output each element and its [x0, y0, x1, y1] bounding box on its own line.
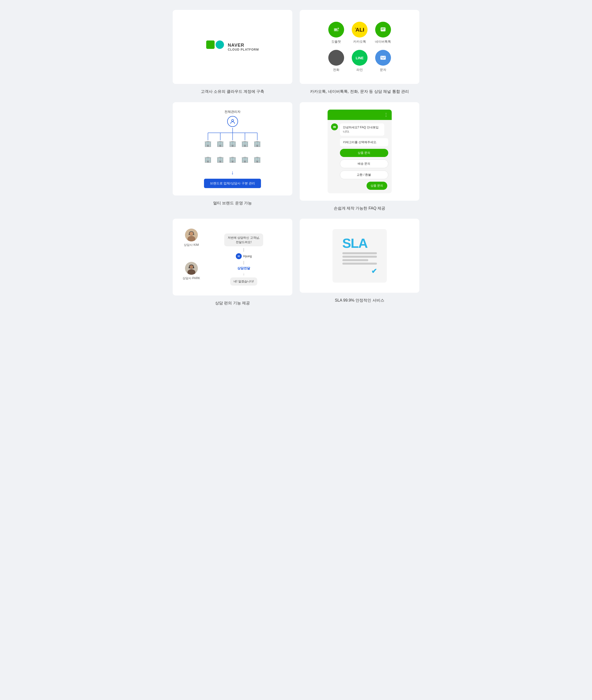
svg-rect-42: [193, 267, 194, 268]
cell-faq: ⋮ 안녕하세요? FAQ 안내봇입니다. 카테고리를 선택해주: [300, 102, 420, 212]
consult-layout: 상담사 KIM: [180, 226, 285, 288]
sla-text: SLA: [342, 236, 367, 250]
org-chart: 전체관리자: [180, 109, 285, 188]
tf-transfer-label: 상담전달: [237, 266, 250, 271]
sla-line-3: [342, 259, 368, 261]
svg-text:🏢: 🏢: [241, 140, 249, 147]
sla-line-2: [342, 256, 377, 258]
card-sla: SLA ✔: [300, 219, 420, 293]
line-icon: LINE: [352, 50, 367, 66]
naver-sub: CLOUD PLATFORM: [228, 48, 259, 51]
svg-text:LINE: LINE: [356, 56, 363, 60]
transfer-flow: 저번에 상담하신 고객님,전달드려요! | H Hyung | 상담전달 ↓ 네…: [205, 233, 283, 286]
naver-brand: NAVER: [228, 43, 259, 48]
caption-multi-brand: 멀티 브랜드 운영 가능: [213, 200, 252, 206]
svg-rect-41: [189, 267, 190, 268]
svg-rect-10: [380, 56, 386, 60]
agent-kim-avatar: [185, 229, 198, 241]
sms-icon: [375, 50, 391, 66]
faq-bubble1: 안녕하세요? FAQ 안내봇입니다.: [340, 124, 384, 136]
faq-menu-dots: ⋮: [384, 112, 388, 118]
card-channels: 깃플챗 TALK 카카오톡: [300, 10, 420, 84]
tf-msg1: 저번에 상담하신 고객님,전달드려요!: [224, 233, 263, 246]
sla-line-1: [342, 252, 377, 254]
faq-btn-product[interactable]: 상품 문의: [340, 149, 388, 157]
faq-bot-avatar: [331, 124, 338, 130]
tf-arrow1: |: [243, 248, 244, 252]
caption-consultation: 상담 편의 기능 제공: [215, 300, 250, 306]
sla-check-row: ✔: [342, 267, 377, 275]
svg-text:🏢: 🏢: [204, 156, 212, 163]
tf-user-avatar: H: [236, 253, 242, 259]
svg-rect-36: [193, 234, 194, 235]
line-label: 라인: [356, 67, 363, 72]
sms-label: 문자: [380, 67, 386, 72]
channel-phone: 📞 전화: [328, 50, 344, 72]
svg-text:🏢: 🏢: [229, 140, 236, 147]
svg-text:🏢: 🏢: [229, 156, 236, 163]
agent-kim-name: 상담사 KIM: [184, 243, 199, 247]
svg-text:🏢: 🏢: [254, 140, 261, 147]
cell-multi-brand: 전체관리자: [172, 102, 292, 212]
org-button[interactable]: 브랜드로 업체/상담사 구분 관리: [204, 179, 261, 188]
caption-channels: 카카오톡, 네이버톡톡, 전화, 문자 등 상담 채널 통합 관리: [310, 88, 409, 95]
naver-label: 네이버톡톡: [375, 40, 391, 44]
org-tree-row2: 🏢 🏢 🏢 🏢 🏢: [201, 153, 265, 168]
kakao-label: 카카오톡: [353, 40, 366, 44]
channel-sms: 문자: [375, 50, 391, 72]
tf-arrow3: ↓: [243, 272, 245, 276]
faq-category-prompt: 카테고리를 선택해주세요.: [340, 138, 388, 146]
card-multi-brand: 전체관리자: [172, 102, 292, 195]
channel-line: LINE 라인: [351, 50, 367, 72]
card-faq: ⋮ 안녕하세요? FAQ 안내봇입니다. 카테고리를 선택해주: [300, 102, 420, 201]
kakao-icon: TALK: [352, 22, 367, 38]
svg-rect-35: [189, 234, 190, 235]
svg-text:🏢: 🏢: [216, 156, 224, 163]
faq-body: 안녕하세요? FAQ 안내봇입니다. 카테고리를 선택해주세요. 상품 문의 배…: [328, 120, 392, 193]
main-grid: NAVER CLOUD PLATFORM 고객사 소유의 클라우드 계정에 구축: [172, 10, 420, 306]
card-consultation: 상담사 KIM: [172, 219, 292, 295]
gitchat-icon: [328, 22, 344, 38]
caption-naver-cloud: 고객사 소유의 클라우드 계정에 구축: [201, 88, 264, 95]
agent-park: 상담사 PARK: [183, 262, 200, 280]
org-title: 전체관리자: [225, 109, 241, 114]
naver-text: NAVER CLOUD PLATFORM: [228, 43, 259, 51]
faq-btn-delivery[interactable]: 배송 문의: [340, 159, 388, 168]
cell-sla: SLA ✔ SLA 99.9% 안정적인 서비스: [300, 219, 420, 306]
agent-park-name: 상담사 PARK: [183, 276, 200, 280]
svg-text:🏢: 🏢: [216, 140, 224, 147]
svg-point-40: [190, 265, 193, 269]
org-tree-lines: 🏢 🏢 🏢 🏢 🏢: [201, 128, 265, 152]
channel-naver: 네이버톡톡: [375, 22, 391, 44]
agents-list: 상담사 KIM: [183, 229, 200, 280]
cell-naver-cloud: NAVER CLOUD PLATFORM 고객사 소유의 클라우드 계정에 구축: [172, 10, 292, 95]
phone-label: 전화: [333, 67, 339, 72]
svg-point-11: [232, 120, 234, 122]
tf-arrow2: |: [243, 261, 244, 265]
card-naver-cloud: NAVER CLOUD PLATFORM: [172, 10, 292, 84]
admin-icon: [227, 116, 238, 127]
phone-icon: 📞: [328, 50, 344, 66]
cell-channels: 깃플챗 TALK 카카오톡: [300, 10, 420, 95]
tf-reply: 네! 알겠습니다!: [230, 277, 257, 286]
faq-chat-window: ⋮ 안녕하세요? FAQ 안내봇입니다. 카테고리를 선택해주: [328, 109, 392, 193]
channel-gitchat: 깃플챗: [328, 22, 344, 44]
tf-user-name: Hyung: [243, 254, 252, 258]
faq-bot-msg1: 안녕하세요? FAQ 안내봇입니다.: [331, 124, 388, 136]
agent-kim: 상담사 KIM: [183, 229, 200, 247]
channels-grid: 깃플챗 TALK 카카오톡: [328, 22, 391, 72]
caption-sla: SLA 99.9% 안정적인 서비스: [335, 297, 384, 304]
svg-point-34: [190, 232, 193, 235]
channel-kakao: TALK 카카오톡: [351, 22, 367, 44]
svg-text:TALK: TALK: [355, 27, 364, 33]
sla-lines: [342, 252, 377, 265]
faq-btn-exchange[interactable]: 교환 / 환불: [340, 171, 388, 179]
svg-text:📞: 📞: [333, 54, 340, 61]
sla-checkmark: ✔: [371, 267, 377, 275]
svg-text:🏢: 🏢: [204, 140, 212, 147]
naver-logo: NAVER CLOUD PLATFORM: [206, 41, 259, 53]
svg-text:🏢: 🏢: [241, 156, 249, 163]
agent-park-avatar: [185, 262, 198, 275]
faq-selected-btn: 상품 문의: [366, 182, 387, 190]
org-down-arrow: ↓: [231, 169, 234, 176]
